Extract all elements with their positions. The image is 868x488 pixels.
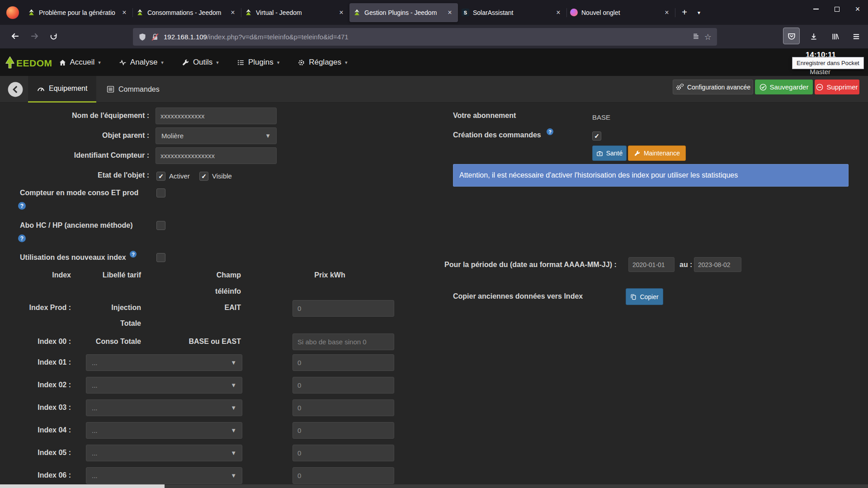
shield-icon[interactable] [138,33,146,41]
subscription-label: Votre abonnement [453,112,589,120]
prix-input-03[interactable] [292,399,394,416]
menu-accueil[interactable]: Accueil▾ [59,58,101,67]
index-03-select[interactable]: ...▼ [86,399,242,416]
back-button[interactable] [7,28,24,44]
screen: Problème pour la génératio × Consommatio… [0,0,868,488]
visible-label: Visible [212,172,232,180]
advanced-config-button[interactable]: Configuration avancée [673,80,753,94]
maintenance-button[interactable]: Maintenance [628,145,686,161]
menu-button[interactable] [848,28,864,45]
menu-label: Outils [193,58,212,67]
tab-close-icon[interactable]: × [120,8,129,17]
help-icon[interactable]: ? [18,235,26,242]
conso-prod-checkbox[interactable] [156,188,165,197]
index-01-select[interactable]: ...▼ [86,354,242,371]
button-label: Sauvegarder [770,83,809,91]
menu-plugins[interactable]: Plugins▾ [237,58,279,67]
back-to-plugin-button[interactable] [7,81,24,99]
tab-equipement[interactable]: Equipement [28,76,96,103]
create-commands-checkbox[interactable]: ✓ [592,131,601,141]
browser-tab-6[interactable]: Nouvel onglet × [566,3,675,22]
period-from-input[interactable] [628,257,675,272]
new-index-checkbox[interactable] [156,253,165,262]
select-caret-icon: ▼ [231,450,236,456]
tab-close-icon[interactable]: × [228,8,237,17]
reload-button[interactable] [45,28,61,44]
forward-button[interactable] [26,28,42,44]
prix-input-02[interactable] [292,377,394,394]
copy-button[interactable]: Copier [626,288,663,305]
jeedom-logo[interactable]: EEDOM [5,56,52,69]
scrollbar-thumb[interactable] [0,484,165,488]
help-icon[interactable]: ? [130,251,137,258]
row-index-06-label: Index 06 : [9,471,71,479]
menu-label: Plugins [248,58,274,67]
parent-object-label: Objet parent : [9,131,149,140]
meter-id-label: Identifiant Compteur : [9,151,149,160]
new-tab-button[interactable]: + [677,5,692,20]
maximize-button[interactable] [826,0,847,18]
horizontal-scrollbar[interactable] [0,484,868,488]
button-label: Supprimer [826,83,858,91]
pocket-button[interactable] [783,28,800,44]
minimize-button[interactable] [806,0,826,18]
row-index-prod-champ: EAIT [174,304,241,312]
abo-hchp-checkbox[interactable] [156,221,165,230]
menu-reglages[interactable]: Réglages▾ [297,58,347,67]
period-to-input[interactable] [694,257,741,272]
tab-list-chevron-icon[interactable]: ▾ [692,5,706,20]
prix-input-06[interactable] [292,467,394,484]
browser-tab-active[interactable]: Gestion Plugins - Jeedom × [349,3,458,22]
browser-tab-3[interactable]: Virtual - Jeedom × [241,3,349,22]
jeedom-navbar: EEDOM Accueil▾ Analyse▾ Outils▾ Plugins▾… [0,49,868,76]
tab-close-icon[interactable]: × [337,8,346,17]
header-libelle: Libellé tarif [63,271,141,279]
chevron-down-icon: ▾ [277,60,280,66]
parent-object-select[interactable]: Molière▼ [156,127,277,144]
downloads-button[interactable] [806,28,822,45]
tab-commandes[interactable]: Commandes [98,76,169,103]
delete-button[interactable]: Supprimer [815,80,859,94]
activer-checkbox[interactable]: ✓ [156,172,165,181]
select-caret-icon: ▼ [231,382,236,389]
prix-input-05[interactable] [292,445,394,461]
browser-tab-1[interactable]: Problème pour la génératio × [24,3,132,22]
index-05-select[interactable]: ...▼ [86,445,242,461]
tab-close-icon[interactable]: × [662,8,671,17]
row-index-prod-libelle-2: Totale [63,319,141,328]
help-icon[interactable]: ? [18,202,26,210]
index-06-select[interactable]: ...▼ [86,467,242,484]
library-button[interactable] [827,28,844,45]
prix-input-04[interactable] [292,422,394,439]
bookmark-star-icon[interactable]: ☆ [704,32,712,42]
url-bar[interactable]: 192.168.1.109/index.php?v=d&m=teleinfo&p… [133,28,717,46]
index-04-select[interactable]: ...▼ [86,422,242,439]
menu-analyse[interactable]: Analyse▾ [119,58,164,67]
menu-outils[interactable]: Outils▾ [182,58,219,67]
menu-label: Réglages [309,58,341,67]
insecure-lock-icon[interactable] [151,33,159,41]
index-02-select[interactable]: ...▼ [86,377,242,394]
browser-tab-5[interactable]: S SolarAssistant × [458,3,566,22]
browser-tab-bar: Problème pour la génératio × Consommatio… [0,0,868,25]
close-button[interactable]: × [847,0,868,18]
prix-input-00[interactable] [292,333,394,350]
help-icon[interactable]: ? [547,128,553,135]
prix-input-prod[interactable] [292,300,394,317]
tab-close-icon[interactable]: × [554,8,563,17]
tab-close-icon[interactable]: × [445,8,454,17]
reader-mode-icon[interactable] [692,33,700,41]
select-value: ... [92,404,98,412]
jeedom-favicon-icon [245,9,252,16]
firefox-logo-icon[interactable] [6,6,19,19]
jeedom-favicon-icon [136,9,144,16]
jeedom-favicon-icon [353,9,361,16]
meter-id-input[interactable] [156,147,277,164]
save-button[interactable]: Sauvegarder [755,80,813,94]
browser-tab-2[interactable]: Consommations - Jeedom × [132,3,241,22]
name-input[interactable] [156,108,277,124]
prix-input-01[interactable] [292,354,394,371]
sante-button[interactable]: Santé [592,145,627,161]
select-value: ... [92,381,98,389]
visible-checkbox[interactable]: ✓ [199,172,208,181]
